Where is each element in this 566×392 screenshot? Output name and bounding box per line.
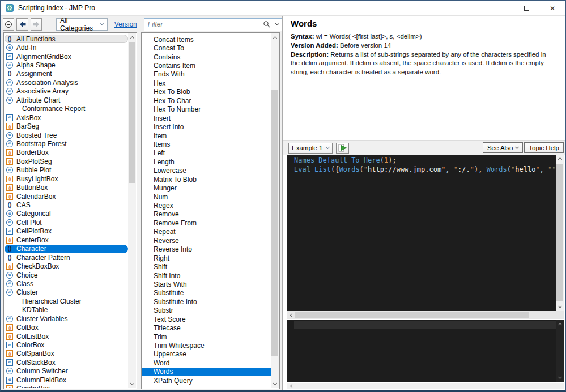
filter-input[interactable] [144,19,263,31]
function-item[interactable]: Regex [142,201,271,210]
category-item[interactable]: ()All Functions [5,35,128,43]
function-item[interactable]: Text Score [142,315,271,323]
category-item[interactable]: «ColorBox [5,340,128,349]
category-item[interactable]: «Alpha Shape [5,61,128,69]
scroll-up-button[interactable] [128,33,136,41]
scroll-down-button[interactable] [271,380,279,388]
function-item[interactable]: Hex To Blob [142,88,271,96]
function-item[interactable]: Substitute Into [142,297,271,306]
maximize-button[interactable] [513,1,539,16]
scrollbar-thumb[interactable] [271,90,278,356]
functions-scrollbar[interactable] [271,33,279,388]
function-item[interactable]: Titlecase [142,323,271,332]
output-hscrollbar[interactable] [287,383,564,389]
editor-hscrollbar[interactable] [287,311,564,319]
function-item[interactable]: Items [142,140,271,148]
function-item[interactable]: Contains Item [142,61,271,70]
filter-dropdown-button[interactable] [273,19,282,31]
function-item[interactable]: Substitute [142,289,271,297]
function-item[interactable]: Shift [142,262,271,271]
category-item[interactable]: ()Character Pattern [5,253,128,262]
collapse-button[interactable] [3,18,14,31]
function-item[interactable]: Matrix To Blob [142,175,271,184]
scroll-right-button[interactable] [556,311,564,319]
function-item[interactable]: Substr [142,306,271,315]
category-item[interactable]: «AlignmentGridBox [5,52,128,61]
scroll-down-button[interactable] [556,303,564,311]
category-item[interactable]: «ColStackBox [5,358,128,367]
categories-dropdown[interactable]: All Categories [56,18,108,31]
version-link[interactable]: Version [114,20,137,28]
category-item[interactable]: «Bootstrap Forest [5,139,128,148]
category-item[interactable]: ()CalendarBox [5,192,128,201]
category-item[interactable]: «Associative Array [5,87,128,96]
function-item[interactable]: Words [142,368,271,376]
function-item[interactable]: Reverse Into [142,245,271,254]
category-item[interactable]: ()Assignment [5,70,128,78]
scroll-up-button[interactable] [556,155,564,163]
function-item[interactable]: Concat To [142,44,271,52]
category-item[interactable]: ()BorderBox [5,148,128,157]
minimize-button[interactable] [487,1,513,16]
category-item[interactable]: ()BoxPlotSeg [5,157,128,165]
category-item[interactable]: «ColumnFieldBox [5,376,128,384]
category-item[interactable]: «Attribute Chart [5,96,128,104]
function-item[interactable]: Item [142,131,271,140]
function-item[interactable]: Hex To Number [142,105,271,114]
function-item[interactable]: Trim [142,333,271,341]
function-item[interactable]: Munger [142,184,271,192]
scroll-left-button[interactable] [287,311,295,319]
scroll-left-button[interactable] [287,383,295,389]
function-item[interactable]: Hex To Char [142,96,271,105]
category-item[interactable]: ()ComboBox [5,385,128,389]
function-item[interactable]: Contains [142,53,271,61]
title-bar[interactable]: Scripting Index - JMP Pro ✕ [1,1,565,16]
function-item[interactable]: Reverse [142,236,271,245]
topic-help-button[interactable]: Topic Help [524,142,564,153]
example-selector[interactable]: Example 1 [288,143,333,154]
category-item[interactable]: «CellPlotBox [5,227,128,236]
category-item[interactable]: ()BarSeg [5,122,128,130]
function-item[interactable]: Concat Items [142,35,271,44]
category-item[interactable]: «Cell Plot [5,218,128,227]
scrollbar-thumb[interactable] [129,42,135,183]
function-item[interactable]: Ends With [142,70,271,79]
function-item[interactable]: XPath Query [142,376,271,385]
category-item[interactable]: ()CenterBox [5,236,128,244]
category-item[interactable]: «Add-In [5,43,128,52]
function-item[interactable]: Hex [142,79,271,87]
close-button[interactable]: ✕ [539,1,565,16]
function-item[interactable]: Starts With [142,280,271,288]
function-item[interactable]: Right [142,254,271,262]
category-item[interactable]: «Choice [5,271,128,279]
category-item[interactable]: «Categorical [5,210,128,218]
category-item[interactable]: «AxisBox [5,113,128,122]
script-editor[interactable]: Names Default To Here(1);Eval List({Word… [287,155,556,311]
category-item[interactable]: ()ColListBox [5,332,128,340]
scroll-down-button[interactable] [128,380,136,388]
category-item[interactable]: ()BusyLightBox [5,174,128,183]
scroll-up-button[interactable] [271,33,279,41]
function-item[interactable]: Uppercase [142,350,271,359]
function-item[interactable]: Insert Into [142,122,271,131]
function-item[interactable]: Length [142,157,271,166]
function-item[interactable]: Shift Into [142,271,271,280]
scroll-right-button[interactable] [556,383,564,389]
forward-button[interactable] [31,18,42,31]
category-item[interactable]: «Cluster [5,288,128,297]
output-vscrollbar[interactable] [556,320,564,382]
back-button[interactable] [16,18,28,31]
function-item[interactable]: Trim Whitespace [142,341,271,350]
category-item[interactable]: ()CAS [5,201,128,209]
function-item[interactable]: Lowercase [142,167,271,175]
category-item[interactable]: KDTable [5,306,128,314]
editor-vscrollbar[interactable] [556,155,564,311]
function-item[interactable]: Left [142,149,271,157]
function-item[interactable]: Remove From [142,219,271,227]
category-item[interactable]: «Bubble Plot [5,166,128,174]
category-item[interactable]: «Column Switcher [5,367,128,376]
see-also-button[interactable]: See Also [483,142,523,153]
category-item[interactable]: ()ColBox [5,323,128,331]
category-item[interactable]: «Class [5,279,128,288]
run-script-button[interactable] [336,143,349,154]
